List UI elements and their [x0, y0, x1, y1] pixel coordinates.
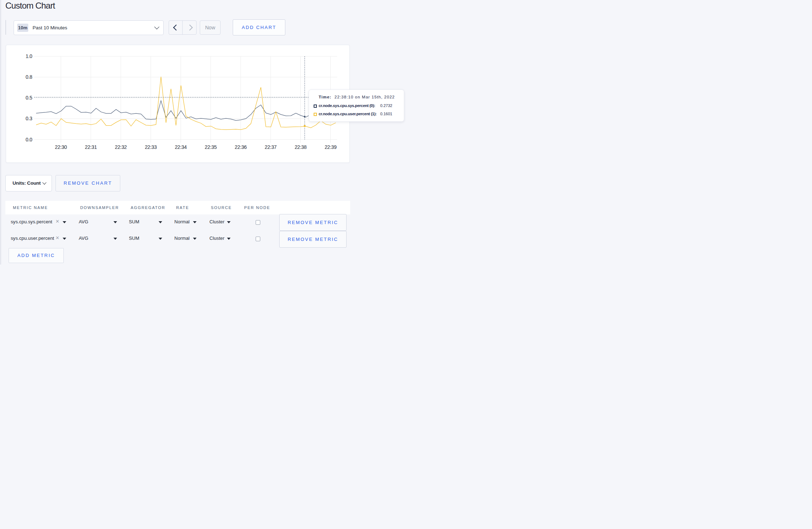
svg-text:22:34: 22:34 — [175, 144, 187, 150]
svg-text:22:31: 22:31 — [85, 144, 97, 150]
svg-text:0.3: 0.3 — [26, 116, 33, 121]
svg-text:22:37: 22:37 — [265, 144, 277, 150]
svg-text:22:39: 22:39 — [325, 144, 337, 150]
svg-text:0.0: 0.0 — [26, 137, 33, 142]
svg-text:22:38: 22:38 — [295, 144, 307, 150]
svg-text:1.0: 1.0 — [26, 53, 33, 59]
svg-text:22:33: 22:33 — [145, 144, 157, 150]
svg-text:0.5: 0.5 — [26, 95, 33, 101]
svg-text:22:35: 22:35 — [205, 144, 217, 150]
svg-text:0.8: 0.8 — [26, 74, 33, 80]
svg-text:22:30: 22:30 — [55, 144, 67, 150]
svg-text:22:36: 22:36 — [235, 144, 247, 150]
svg-text:22:32: 22:32 — [115, 144, 127, 150]
